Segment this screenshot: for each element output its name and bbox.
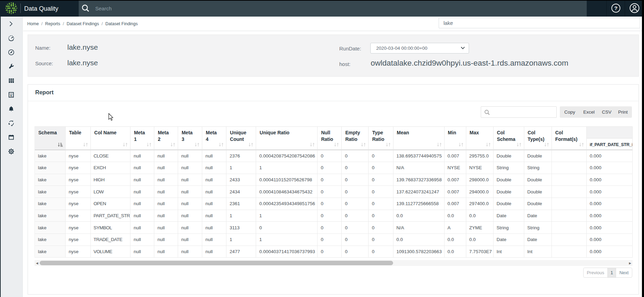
svg-text:?: ?: [614, 5, 617, 11]
